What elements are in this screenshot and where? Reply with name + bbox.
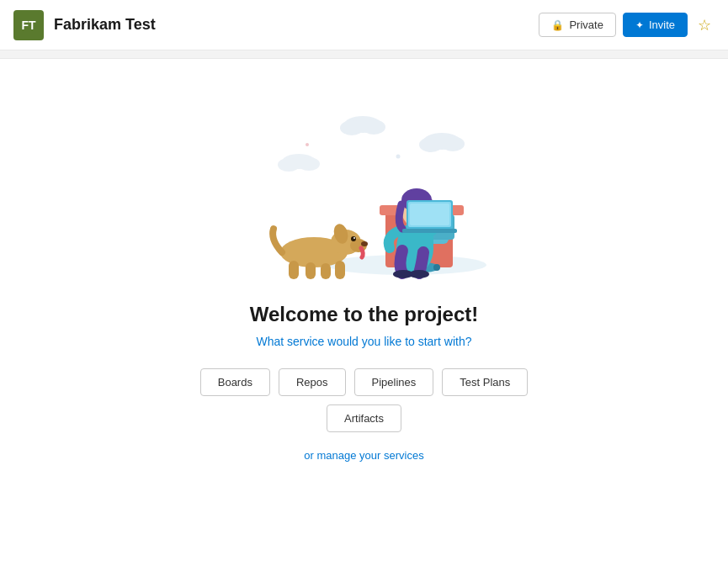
svg-point-4 xyxy=(419,137,443,152)
svg-point-1 xyxy=(340,120,364,135)
svg-point-37 xyxy=(351,236,356,241)
star-icon: ☆ xyxy=(698,17,711,34)
svg-rect-42 xyxy=(335,261,345,279)
main-content: Welcome to the project! What service wou… xyxy=(0,59,728,462)
lock-icon: 🔒 xyxy=(551,19,564,31)
service-button-artifacts[interactable]: Artifacts xyxy=(327,404,401,432)
svg-rect-41 xyxy=(321,263,331,279)
service-button-boards[interactable]: Boards xyxy=(200,368,270,396)
invite-icon: ✦ xyxy=(635,19,644,31)
avatar-initials: FT xyxy=(21,19,35,32)
service-button-pipelines[interactable]: Pipelines xyxy=(354,368,434,396)
svg-point-2 xyxy=(362,119,385,135)
manage-services-link[interactable]: or manage your services xyxy=(304,449,423,462)
sub-header-bar xyxy=(0,50,728,59)
invite-button[interactable]: ✦ Invite xyxy=(623,13,688,37)
service-button-test-plans[interactable]: Test Plans xyxy=(442,368,528,396)
svg-point-9 xyxy=(396,155,400,159)
svg-point-27 xyxy=(409,270,429,278)
illustration xyxy=(221,84,507,286)
svg-point-38 xyxy=(353,237,355,239)
svg-point-7 xyxy=(278,158,300,172)
service-buttons-row1: BoardsReposPipelinesTest Plans xyxy=(200,368,529,396)
private-label: Private xyxy=(569,19,603,31)
welcome-subtitle: What service would you like to start wit… xyxy=(257,335,472,348)
svg-rect-39 xyxy=(289,261,299,279)
svg-point-8 xyxy=(298,157,320,171)
welcome-title: Welcome to the project! xyxy=(250,303,479,326)
svg-point-19 xyxy=(433,264,440,271)
project-name: Fabrikam Test xyxy=(54,16,539,34)
svg-point-5 xyxy=(441,136,465,151)
svg-rect-31 xyxy=(402,229,457,233)
svg-rect-30 xyxy=(410,204,449,225)
svg-point-10 xyxy=(306,143,309,146)
project-avatar: FT xyxy=(13,10,44,40)
invite-label: Invite xyxy=(649,19,675,31)
header: FT Fabrikam Test 🔒 Private ✦ Invite ☆ xyxy=(0,0,728,50)
private-button[interactable]: 🔒 Private xyxy=(539,13,615,37)
service-buttons-row2: Artifacts xyxy=(327,404,401,432)
favorite-button[interactable]: ☆ xyxy=(694,13,715,38)
header-actions: 🔒 Private ✦ Invite ☆ xyxy=(539,13,715,38)
svg-rect-40 xyxy=(306,262,316,279)
svg-point-35 xyxy=(361,241,368,246)
service-button-repos[interactable]: Repos xyxy=(279,368,346,396)
